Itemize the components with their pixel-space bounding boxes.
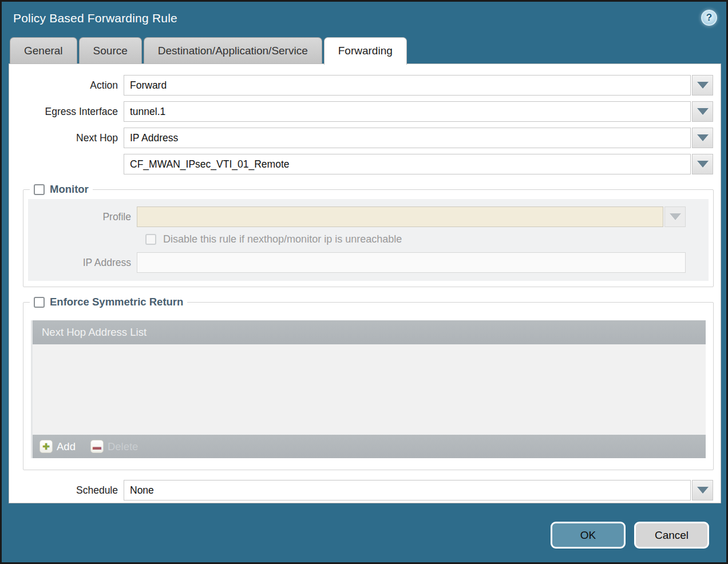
profile-dropdown-button (664, 206, 686, 227)
egress-interface-field (124, 101, 691, 122)
ok-button[interactable]: OK (551, 522, 626, 549)
next-hop-address-list-table: Next Hop Address List ✚ Add ▬ Delete (31, 320, 706, 458)
next-hop-dropdown-button[interactable] (692, 128, 713, 148)
tab-destination-application-service[interactable]: Destination/Application/Service (144, 37, 322, 63)
enforce-symmetric-return-fieldset: Enforce Symmetric Return Next Hop Addres… (23, 296, 714, 470)
dialog-footer: OK Cancel (551, 522, 709, 549)
egress-interface-dropdown-button[interactable] (692, 101, 713, 122)
egress-interface-label: Egress Interface (9, 106, 124, 118)
profile-row: Profile (28, 206, 709, 227)
schedule-label: Schedule (9, 484, 124, 497)
schedule-input[interactable] (124, 480, 690, 500)
enforce-symmetric-return-legend: Enforce Symmetric Return (30, 296, 187, 308)
next-hop-address-row (9, 154, 721, 174)
next-hop-address-list-body (33, 344, 706, 435)
disable-rule-row: Disable this rule if nexthop/monitor ip … (145, 233, 709, 245)
schedule-row: Schedule (9, 480, 721, 501)
add-button-label: Add (57, 440, 76, 453)
enforce-symmetric-return-checkbox[interactable] (34, 297, 45, 308)
dialog-titlebar: Policy Based Forwarding Rule ? (2, 2, 726, 35)
chevron-down-icon (697, 161, 709, 168)
disable-rule-label: Disable this rule if nexthop/monitor ip … (163, 233, 402, 245)
egress-interface-input[interactable] (124, 102, 690, 121)
profile-input (137, 207, 663, 227)
profile-field (137, 206, 663, 227)
tab-source[interactable]: Source (79, 37, 142, 63)
chevron-down-icon (697, 108, 709, 115)
profile-label: Profile (28, 211, 137, 223)
next-hop-address-field (124, 154, 691, 174)
monitor-checkbox[interactable] (34, 184, 45, 195)
next-hop-address-list-header: Next Hop Address List (33, 320, 706, 344)
monitor-ip-address-input (137, 253, 685, 272)
action-input[interactable] (124, 76, 690, 95)
action-row: Action (9, 75, 721, 96)
tab-bar: General Source Destination/Application/S… (2, 35, 726, 63)
delete-button-label: Delete (108, 440, 138, 453)
monitor-legend: Monitor (30, 183, 93, 196)
next-hop-address-list-toolbar: ✚ Add ▬ Delete (33, 435, 706, 458)
next-hop-label: Next Hop (9, 132, 124, 144)
tab-forwarding[interactable]: Forwarding (324, 37, 407, 65)
disable-rule-checkbox (145, 234, 156, 245)
monitor-ip-address-field (137, 252, 686, 273)
monitor-legend-label: Monitor (50, 183, 89, 196)
action-field (124, 75, 691, 96)
enforce-symmetric-return-legend-label: Enforce Symmetric Return (50, 296, 183, 308)
schedule-field (124, 480, 691, 501)
help-icon[interactable]: ? (701, 10, 717, 26)
cancel-button[interactable]: Cancel (634, 522, 709, 549)
chevron-down-icon (697, 487, 709, 494)
dialog-title: Policy Based Forwarding Rule (13, 11, 177, 25)
action-label: Action (9, 80, 124, 92)
chevron-down-icon (670, 213, 681, 220)
monitor-fieldset: Monitor Profile Disable this rule if nex… (23, 183, 714, 287)
next-hop-address-input[interactable] (124, 154, 690, 174)
chevron-down-icon (697, 82, 709, 89)
next-hop-row: Next Hop (9, 128, 721, 148)
monitor-disabled-panel: Profile Disable this rule if nexthop/mon… (28, 199, 709, 281)
forwarding-tab-panel: Action Egress Interface Next Hop (9, 63, 721, 503)
tab-general[interactable]: General (10, 37, 77, 63)
monitor-ip-address-row: IP Address (28, 252, 709, 273)
pbf-rule-dialog: { "dialog": { "title": "Policy Based For… (0, 0, 728, 564)
schedule-dropdown-button[interactable] (692, 480, 713, 501)
next-hop-input[interactable] (124, 128, 690, 148)
plus-icon: ✚ (39, 440, 53, 453)
add-button[interactable]: ✚ Add (39, 440, 76, 453)
next-hop-field (124, 128, 691, 148)
egress-interface-row: Egress Interface (9, 101, 721, 122)
minus-icon: ▬ (90, 440, 104, 453)
next-hop-address-dropdown-button[interactable] (692, 154, 713, 174)
monitor-ip-address-label: IP Address (28, 257, 137, 269)
action-dropdown-button[interactable] (692, 75, 713, 96)
delete-button: ▬ Delete (90, 440, 138, 453)
chevron-down-icon (697, 134, 709, 141)
